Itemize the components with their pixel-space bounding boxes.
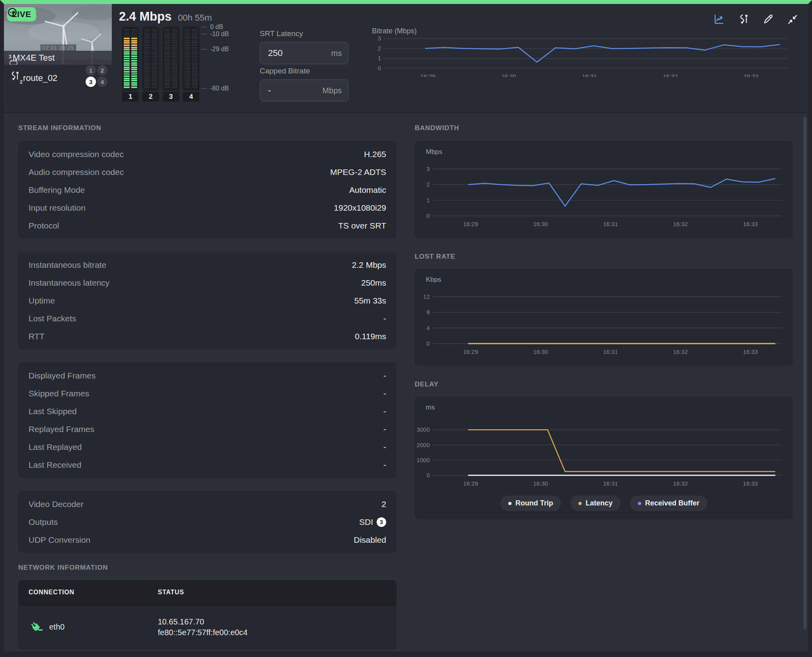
legend-dot (578, 502, 582, 505)
legend-item-latency[interactable]: Latency (571, 496, 620, 511)
svg-text:0: 0 (427, 472, 430, 478)
network-table-header: CONNECTION STATUS (18, 580, 396, 605)
channel-button-4[interactable]: 4 (97, 77, 107, 87)
legend-dot (638, 502, 641, 505)
audio-meter-1: 1 (122, 27, 139, 102)
info-value-text: MPEG-2 ADTS (330, 167, 386, 177)
info-value: - (383, 389, 386, 398)
info-value: - (383, 442, 386, 452)
info-value-text: 55m 33s (354, 296, 386, 305)
live-stream-icon (7, 7, 17, 17)
db-scale-label: 0 dB (210, 23, 223, 31)
info-value: TS over SRT (338, 221, 386, 231)
lost-rate-panel: Kbps 0481216:2916:3016:3116:3216:33 (415, 269, 793, 366)
stream-detail-panel: 02:01:26:25 LIVE (0, 0, 812, 657)
header: 02:01:26:25 LIVE (4, 4, 808, 113)
info-value: 0.119ms (355, 332, 386, 341)
info-value-text: Disabled (354, 535, 386, 545)
network-info-title: NETWORK INFORMATION (18, 564, 108, 572)
ipv6-address: fe80::5e77:57ff:fe00:e0c4 (158, 627, 248, 638)
info-row: Uptime55m 33s (18, 292, 396, 309)
svg-text:1: 1 (378, 55, 381, 61)
svg-text:4: 4 (427, 325, 430, 331)
legend-label: Received Buffer (645, 499, 699, 507)
scrollbar-thumb[interactable] (804, 117, 806, 629)
info-value: - (383, 425, 386, 434)
info-row: Instantaneous bitrate2.2 Mbps (18, 256, 396, 274)
svg-text:16:33: 16:33 (743, 348, 758, 355)
info-value-text: 250ms (361, 278, 386, 288)
device-bar: 3 MX4E Test (4, 51, 112, 65)
info-label: Last Received (29, 460, 81, 470)
video-thumbnail[interactable]: 02:01:26:25 LIVE (4, 4, 112, 65)
current-bitrate: 2.4 Mbps 00h 55m (119, 10, 212, 24)
collapse-button[interactable] (784, 11, 801, 28)
svg-text:16:32: 16:32 (673, 480, 688, 487)
db-scale-label: -29 dB (210, 46, 229, 53)
info-value-text: H.265 (364, 150, 386, 159)
db-scale-tick (201, 34, 207, 35)
info-row: Instantaneous latency250ms (18, 274, 396, 292)
stream-info-card-1: Video compression codecH.265Audio compre… (18, 141, 396, 239)
audio-meters: 1234 (122, 27, 199, 102)
db-scale-label: -80 dB (210, 85, 229, 92)
capped-bitrate-label: Capped Bitrate (260, 67, 349, 75)
legend-item-round-trip[interactable]: Round Trip (500, 496, 561, 511)
svg-text:16:29: 16:29 (463, 348, 478, 355)
route-icon: 2 (10, 71, 20, 83)
table-row: eth0 10.65.167.70 fe80::5e77:57ff:fe00:e… (18, 605, 396, 650)
channel-selector: 1234 (86, 65, 109, 87)
info-label: RTT (29, 332, 44, 341)
info-row: Last Skipped- (18, 402, 396, 420)
statistics-view-button[interactable] (710, 11, 727, 28)
legend-item-received-buffer[interactable]: Received Buffer (630, 496, 707, 511)
audio-meter-label: 1 (122, 92, 139, 102)
info-value: H.265 (364, 150, 386, 159)
device-name: MX4E Test (13, 53, 55, 63)
audio-meter-2: 2 (142, 27, 159, 102)
route-view-button[interactable] (735, 11, 752, 28)
svg-text:16:32: 16:32 (663, 73, 678, 77)
delay-legend: Round TripLatencyReceived Buffer (415, 496, 793, 511)
svg-text:16:32: 16:32 (673, 348, 688, 355)
bandwidth-title: BANDWIDTH (415, 124, 459, 132)
srt-latency-input[interactable]: 250 ms (260, 42, 349, 64)
info-value-text: 2 (381, 499, 386, 509)
svg-text:0: 0 (427, 212, 430, 219)
chart-line-icon (713, 13, 725, 25)
edit-button[interactable] (760, 11, 776, 28)
channel-button-3[interactable]: 3 (86, 77, 96, 87)
audio-meter-3: 3 (163, 27, 179, 102)
status-column-header: STATUS (158, 589, 184, 596)
info-value-text: 2.2 Mbps (352, 260, 386, 270)
count-badge: 3 (377, 517, 386, 527)
info-value: MPEG-2 ADTS (330, 167, 386, 177)
info-label: Last Skipped (29, 407, 77, 416)
svg-text:16:29: 16:29 (463, 480, 478, 487)
svg-text:0: 0 (427, 340, 430, 347)
info-row: Replayed Frames- (18, 420, 396, 438)
ipv4-address: 10.65.167.70 (158, 617, 248, 627)
lost-rate-title: LOST RATE (415, 253, 455, 261)
info-label: Displayed Frames (29, 371, 96, 380)
connection-status: 10.65.167.70 fe80::5e77:57ff:fe00:e0c4 (158, 617, 248, 638)
info-label: Skipped Frames (29, 389, 89, 398)
timecode-overlay: 02:01:26:25 (40, 44, 76, 51)
channel-button-1[interactable]: 1 (86, 65, 96, 75)
info-value: - (383, 314, 386, 323)
db-scale-tick (201, 49, 207, 50)
info-label: Replayed Frames (29, 425, 94, 434)
svg-text:3000: 3000 (417, 426, 430, 433)
channel-button-2[interactable]: 2 (97, 65, 107, 75)
info-value-text: Automatic (349, 185, 386, 195)
capped-bitrate-input[interactable]: - Mbps (260, 79, 349, 102)
svg-text:16:31: 16:31 (582, 73, 597, 77)
db-scale-tick (201, 88, 207, 89)
svg-text:1000: 1000 (417, 457, 430, 463)
info-row: RTT0.119ms (18, 327, 396, 345)
svg-text:2: 2 (427, 181, 430, 188)
db-scale-label: -10 dB (210, 31, 229, 38)
info-value-text: - (383, 371, 386, 380)
audio-meter-4: 4 (183, 27, 199, 102)
info-value: 250ms (361, 278, 386, 288)
